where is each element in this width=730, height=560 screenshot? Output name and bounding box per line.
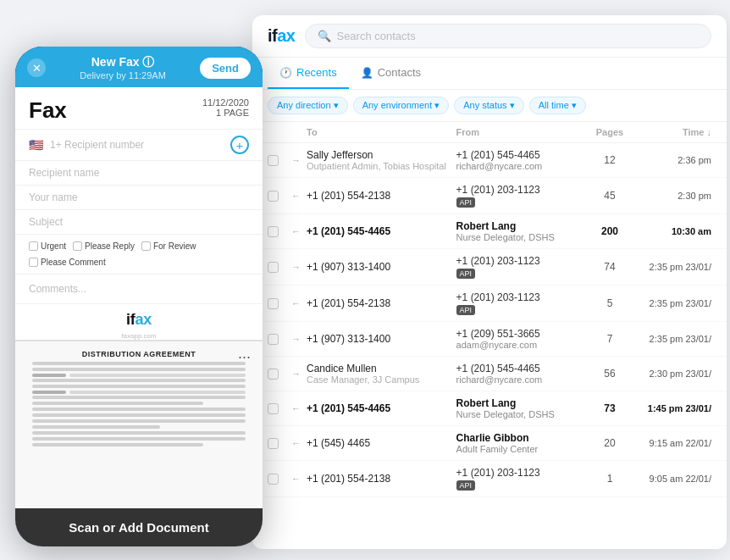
direction-arrow-icon: → — [291, 262, 307, 272]
direction-arrow-icon: ← — [291, 298, 307, 308]
direction-arrow-icon: → — [291, 155, 307, 165]
table-row[interactable]: → +1 (907) 313-1400 +1 (209) 551-3665 ad… — [252, 322, 727, 357]
table-row[interactable]: → Sally Jefferson Outpatient Admin, Tobi… — [252, 143, 727, 178]
table-row[interactable]: ← +1 (201) 554-2138 +1 (201) 203-1123 AP… — [252, 286, 727, 322]
phone-wrapper: ✕ New Fax ⓘ Delivery by 11:29AM Send Fax… — [15, 47, 263, 546]
time-cell: 2:35 pm 23/01/ — [635, 334, 711, 344]
search-placeholder: Search contacts — [336, 30, 415, 42]
pages-cell: 1 — [584, 473, 635, 485]
doc-lines — [29, 362, 249, 446]
row-checkbox[interactable] — [268, 298, 279, 309]
pages-cell: 200 — [584, 225, 635, 237]
fax-date: 11/12/2020 — [202, 97, 249, 108]
row-checkbox[interactable] — [268, 155, 279, 166]
direction-arrow-icon: ← — [291, 474, 307, 484]
from-cell: +1 (201) 203-1123 API — [456, 184, 584, 208]
table-row[interactable]: ← +1 (201) 554-2138 +1 (201) 203-1123 AP… — [252, 461, 727, 497]
table-row[interactable]: → +1 (907) 313-1400 +1 (201) 203-1123 AP… — [252, 249, 727, 286]
checkbox-please-reply[interactable]: Please Reply — [73, 241, 135, 251]
direction-arrow-icon: ← — [291, 403, 307, 413]
from-cell: +1 (201) 203-1123 API — [456, 291, 584, 315]
your-name-field[interactable]: Your name — [15, 186, 263, 210]
checkboxes-row: Urgent Please Reply For Review Please Co… — [15, 235, 263, 274]
time-cell: 10:30 am — [635, 226, 711, 236]
app-logo: ifax — [268, 26, 295, 46]
table-row[interactable]: ← +1 (545) 4465 Charlie Gibbon Adult Fam… — [252, 426, 727, 461]
scan-button[interactable]: Scan or Add Document — [15, 508, 263, 546]
search-bar[interactable]: 🔍 Search contacts — [305, 24, 711, 48]
subject-field[interactable]: Subject — [15, 210, 263, 235]
checkbox-for-review[interactable]: For Review — [141, 241, 196, 251]
pages-cell: 73 — [584, 402, 635, 414]
tab-recents[interactable]: 🕐 Recents — [268, 58, 349, 89]
filter-direction[interactable]: Any direction ▾ — [268, 97, 348, 114]
doc-title: DISTRIBUTION AGREEMENT — [29, 350, 249, 358]
from-cell: +1 (209) 551-3665 adam@nycare.com — [456, 328, 584, 350]
recipient-number-field[interactable]: 🇺🇸 1+ Recipient number + — [15, 130, 263, 161]
pages-cell: 45 — [584, 190, 635, 202]
direction-arrow-icon: → — [291, 369, 307, 379]
row-checkbox[interactable] — [268, 474, 279, 485]
subject-placeholder: Subject — [29, 216, 249, 228]
row-checkbox[interactable] — [268, 262, 279, 273]
recipient-name-placeholder: Recipient name — [29, 167, 249, 179]
to-cell: +1 (201) 545-4465 — [307, 402, 456, 414]
desktop-panel: ifax 🔍 Search contacts 🕐 Recents 👤 Conta… — [252, 15, 727, 549]
checkbox-please-comment[interactable]: Please Comment — [29, 258, 106, 267]
to-cell: +1 (201) 545-4465 — [307, 225, 456, 237]
from-cell: Robert Lang Nurse Delegator, DSHS — [456, 397, 584, 419]
topbar-center: New Fax ⓘ Delivery by 11:29AM — [46, 55, 200, 80]
add-recipient-button[interactable]: + — [230, 136, 249, 154]
row-checkbox[interactable] — [268, 226, 279, 237]
topbar-title: New Fax ⓘ — [46, 55, 200, 70]
time-cell: 9:05 am 22/01/ — [635, 474, 711, 484]
clock-icon: 🕐 — [279, 67, 292, 79]
filter-status[interactable]: Any status ▾ — [454, 97, 523, 114]
recipient-placeholder: 1+ Recipient number — [50, 139, 224, 151]
document-preview: ··· DISTRIBUTION AGREEMENT — [15, 340, 263, 508]
desktop-header: ifax 🔍 Search contacts — [252, 15, 727, 58]
row-checkbox[interactable] — [268, 403, 279, 414]
form-tagline: faxapp.com — [15, 332, 263, 340]
tab-contacts[interactable]: 👤 Contacts — [349, 58, 433, 89]
row-checkbox[interactable] — [268, 334, 279, 345]
close-button[interactable]: ✕ — [27, 58, 46, 77]
table-row[interactable]: ← +1 (201) 545-4465 Robert Lang Nurse De… — [252, 391, 727, 426]
fax-form-header: Fax 11/12/2020 1 PAGE — [15, 87, 263, 130]
contacts-icon: 👤 — [361, 67, 373, 79]
recipient-name-field[interactable]: Recipient name — [15, 161, 263, 186]
table-row[interactable]: → Candice Mullen Case Manager, 3J Campus… — [252, 357, 727, 391]
time-cell: 2:30 pm — [635, 191, 711, 201]
direction-arrow-icon: → — [291, 334, 307, 344]
to-cell: +1 (545) 4465 — [307, 437, 456, 449]
pages-cell: 20 — [584, 437, 635, 449]
from-cell: Robert Lang Nurse Delegator, DSHS — [456, 220, 584, 242]
table-row[interactable]: ← +1 (201) 545-4465 Robert Lang Nurse De… — [252, 214, 727, 249]
time-cell: 2:35 pm 23/01/ — [635, 262, 711, 272]
to-cell: Sally Jefferson Outpatient Admin, Tobias… — [307, 149, 456, 171]
filter-environment[interactable]: Any environment ▾ — [353, 97, 450, 114]
pages-cell: 5 — [584, 297, 635, 309]
doc-options-button[interactable]: ··· — [238, 348, 251, 366]
to-cell: +1 (907) 313-1400 — [307, 261, 456, 273]
table-row[interactable]: ← +1 (201) 554-2138 +1 (201) 203-1123 AP… — [252, 178, 727, 214]
fax-form: Fax 11/12/2020 1 PAGE 🇺🇸 1+ Recipient nu… — [15, 87, 263, 546]
to-cell: Candice Mullen Case Manager, 3J Campus — [307, 363, 456, 385]
direction-arrow-icon: ← — [291, 191, 307, 201]
from-cell: +1 (201) 545-4465 richard@nycare.com — [456, 149, 584, 171]
pages-cell: 74 — [584, 261, 635, 273]
row-checkbox[interactable] — [268, 369, 279, 380]
your-name-placeholder: Your name — [29, 191, 249, 203]
from-cell: +1 (201) 203-1123 API — [456, 467, 584, 491]
to-cell: +1 (201) 554-2138 — [307, 190, 456, 202]
table-header: To From Pages Time ↓ — [252, 122, 727, 143]
direction-arrow-icon: ← — [291, 226, 307, 236]
time-cell: 2:30 pm 23/01/ — [635, 369, 711, 379]
checkbox-urgent[interactable]: Urgent — [29, 241, 66, 251]
row-checkbox[interactable] — [268, 438, 279, 449]
fax-title: Fax — [29, 97, 67, 124]
send-button[interactable]: Send — [200, 58, 251, 79]
filter-time[interactable]: All time ▾ — [529, 97, 586, 114]
row-checkbox[interactable] — [268, 191, 279, 202]
comments-field[interactable]: Comments... — [15, 274, 263, 304]
